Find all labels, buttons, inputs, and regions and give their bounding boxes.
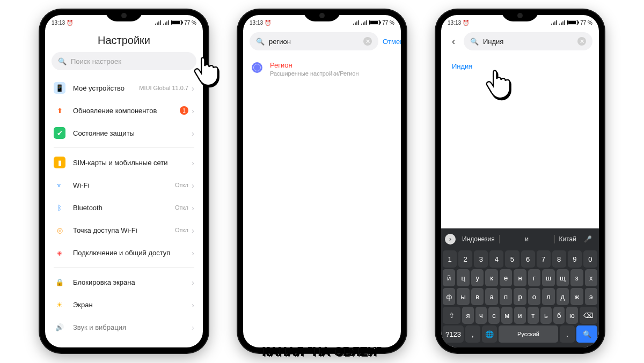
region-item-india[interactable]: Индия: [441, 55, 599, 78]
page-title: Настройки: [45, 28, 203, 52]
key-2[interactable]: 2: [458, 250, 472, 268]
chevron-right-icon: ›: [192, 248, 194, 257]
key-в[interactable]: в: [471, 288, 484, 305]
key-х[interactable]: х: [585, 269, 597, 286]
cancel-button[interactable]: Отмена: [383, 38, 401, 46]
item-connection[interactable]: ◈ Подключение и общий доступ ›: [45, 241, 203, 264]
key-0[interactable]: 0: [583, 250, 597, 268]
key-ш[interactable]: ш: [542, 269, 554, 286]
key-ы[interactable]: ы: [457, 288, 469, 305]
key-р[interactable]: р: [514, 288, 526, 305]
key-е[interactable]: е: [500, 269, 512, 286]
key-7[interactable]: 7: [537, 250, 551, 268]
key-т[interactable]: т: [528, 307, 539, 324]
key-а[interactable]: а: [485, 288, 497, 305]
suggestion-1[interactable]: Индонезия: [458, 234, 499, 245]
mic-icon[interactable]: 🎤: [581, 235, 595, 243]
item-lock[interactable]: 🔒 Блокировка экрана ›: [45, 271, 203, 293]
chevron-right-icon: ›: [192, 129, 194, 138]
clear-icon[interactable]: ✕: [363, 37, 372, 46]
key-п[interactable]: п: [500, 288, 512, 305]
lock-icon: 🔒: [54, 276, 65, 288]
key-ч[interactable]: ч: [475, 307, 487, 324]
update-icon: ⬆: [54, 105, 65, 116]
chevron-right-icon: ›: [192, 84, 194, 93]
suggestion-expand-icon[interactable]: ›: [445, 234, 456, 245]
key-о[interactable]: о: [528, 288, 540, 305]
wifi-icon: ᯤ: [54, 179, 65, 191]
item-display[interactable]: ☀ Экран ›: [45, 293, 203, 316]
notch: [501, 10, 539, 21]
key-5[interactable]: 5: [505, 250, 519, 268]
suggestion-3[interactable]: Китай: [555, 234, 581, 245]
key-ц[interactable]: ц: [457, 269, 469, 286]
item-security[interactable]: ✔ Состояние защиты ›: [45, 122, 203, 144]
signal-icon: [551, 20, 557, 25]
key-ь[interactable]: ь: [540, 307, 552, 324]
key-4[interactable]: 4: [489, 250, 503, 268]
badge-icon: 1: [180, 106, 188, 115]
key-у[interactable]: у: [471, 269, 484, 286]
clear-icon[interactable]: ✕: [577, 37, 586, 46]
key-м[interactable]: м: [501, 307, 513, 324]
search-field[interactable]: [269, 38, 359, 46]
notch: [303, 10, 341, 21]
item-wifi[interactable]: ᯤ Wi-Fi Откл ›: [45, 174, 203, 196]
suggestion-bar: › Индонезия и Китай 🎤: [443, 231, 597, 249]
shift-key[interactable]: ⇧: [443, 307, 460, 324]
key-9[interactable]: 9: [568, 250, 582, 268]
space-key[interactable]: Русский: [499, 325, 558, 343]
period-key[interactable]: .: [560, 325, 575, 343]
suggestion-2[interactable]: и: [500, 234, 554, 245]
key-щ[interactable]: щ: [557, 269, 569, 286]
key-1[interactable]: 1: [443, 250, 457, 268]
sound-icon: 🔊: [54, 321, 65, 333]
search-input[interactable]: 🔍 Поиск настроек: [52, 52, 196, 70]
share-icon: ◈: [54, 247, 65, 258]
search-key[interactable]: 🔍: [576, 325, 597, 343]
chevron-right-icon: ›: [192, 323, 194, 332]
key-ю[interactable]: ю: [566, 307, 577, 324]
key-к[interactable]: к: [485, 269, 497, 286]
key-3[interactable]: 3: [474, 250, 488, 268]
result-path: Расширенные настройки/Регион: [270, 70, 358, 77]
key-г[interactable]: г: [528, 269, 540, 286]
key-й[interactable]: й: [443, 269, 455, 286]
key-з[interactable]: з: [570, 269, 583, 286]
chevron-right-icon: ›: [192, 181, 194, 190]
item-sound[interactable]: 🔊 Звук и вибрация ›: [45, 316, 203, 338]
divider: [54, 267, 194, 268]
hotspot-icon: ◎: [54, 224, 65, 236]
symbols-key[interactable]: ?123: [443, 325, 464, 343]
key-б[interactable]: б: [553, 307, 565, 324]
phone-mockup-search: 13:13 ⏰ 77 % 🔍 ✕ Отмена Р: [238, 10, 406, 353]
backspace-key[interactable]: ⌫: [580, 307, 597, 324]
phone-mockup-region: 13:13 ⏰ 77 % ‹ 🔍 ✕ Индия ›: [436, 10, 604, 353]
comma-key[interactable]: ,: [465, 325, 480, 343]
key-н[interactable]: н: [514, 269, 526, 286]
search-field[interactable]: [483, 38, 573, 46]
key-и[interactable]: и: [514, 307, 525, 324]
search-result-region[interactable]: Регион Расширенные настройки/Регион: [243, 55, 401, 83]
key-6[interactable]: 6: [521, 250, 535, 268]
key-э[interactable]: э: [585, 288, 597, 305]
back-icon[interactable]: ‹: [448, 36, 459, 47]
key-ф[interactable]: ф: [443, 288, 455, 305]
key-д[interactable]: д: [557, 288, 569, 305]
item-hotspot[interactable]: ◎ Точка доступа Wi-Fi Откл ›: [45, 219, 203, 241]
item-my-device[interactable]: 📱 Моё устройство MIUI Global 11.0.7 ›: [45, 77, 203, 99]
item-bluetooth[interactable]: ᛒ Bluetooth Откл ›: [45, 196, 203, 219]
key-л[interactable]: л: [542, 288, 554, 305]
device-icon: 📱: [54, 82, 65, 94]
key-8[interactable]: 8: [552, 250, 566, 268]
key-ж[interactable]: ж: [570, 288, 583, 305]
item-sim[interactable]: ▮ SIM-карты и мобильные сети ›: [45, 151, 203, 174]
item-updates[interactable]: ⬆ Обновление компонентов 1 ›: [45, 99, 203, 122]
key-я[interactable]: я: [462, 307, 473, 324]
signal-icon: [559, 20, 565, 25]
key-с[interactable]: с: [488, 307, 500, 324]
search-input[interactable]: 🔍 ✕: [250, 32, 378, 50]
search-input[interactable]: 🔍 ✕: [464, 32, 592, 50]
language-key[interactable]: 🌐: [482, 325, 497, 343]
chevron-right-icon: ›: [192, 106, 194, 115]
